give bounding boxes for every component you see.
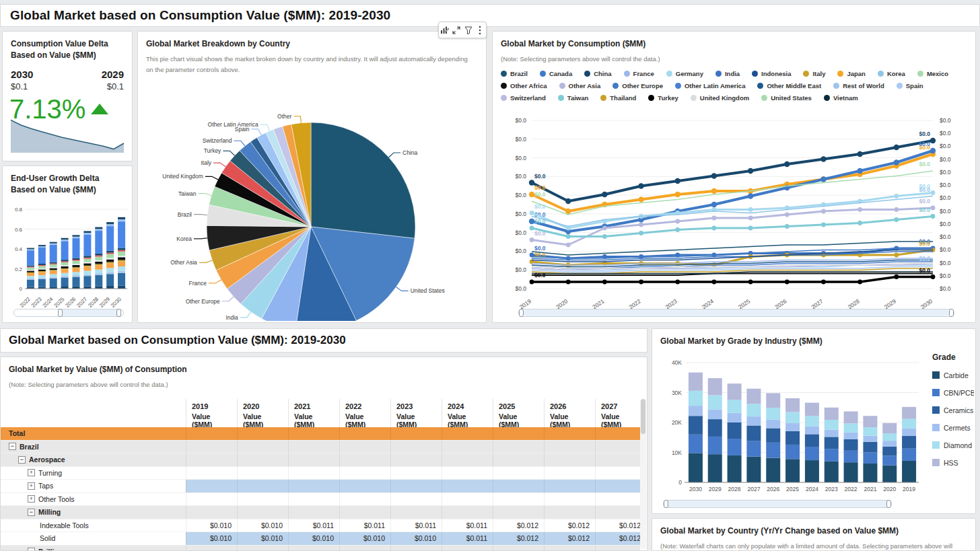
more-options-icon[interactable] [475,26,485,35]
legend-item-other-africa[interactable]: Other Africa [501,82,547,89]
legend-item-other-asia[interactable]: Other Asia [559,82,601,89]
chart-analytics-icon[interactable] [440,26,450,35]
line-chart-card: Global Market by Consumption ($MM) (Note… [492,31,976,323]
slider-handle-left[interactable] [664,500,668,508]
slider-handle-right[interactable] [886,500,891,508]
row-label: Drilling [38,548,63,550]
legend-item-other-latin-america[interactable]: Other Latin America [675,82,745,89]
expand-icon[interactable] [452,26,461,35]
legend-item-korea[interactable]: Korea [878,70,905,77]
collapse-toggle-icon[interactable]: − [28,548,35,550]
value-cell [595,441,640,453]
svg-text:$0.0: $0.0 [940,233,951,240]
grade-range-slider[interactable] [663,500,892,508]
collapse-toggle-icon[interactable]: − [18,456,26,464]
waterfall-card: Global Market by Country (Yr/Yr Change b… [652,518,976,551]
legend-item-other-middle-east[interactable]: Other Middle East [757,82,821,89]
legend-item-thailand[interactable]: Thailand [600,94,636,102]
legend-item-turkey[interactable]: Turkey [648,94,678,102]
bar-segment [863,427,877,435]
legend-item-other-europe[interactable]: Other Europe [612,82,663,89]
year-column-header: 2022 [339,399,390,413]
legend-item-france[interactable]: France [624,70,654,77]
value-cell [390,467,442,480]
grade-legend-label: Cermets [944,424,971,432]
value-cell [237,546,288,551]
slider-handle-left[interactable] [519,309,524,317]
legend-dot [715,71,722,77]
value-cell [339,441,390,453]
legend-dot [897,83,903,89]
value-cell [544,506,595,519]
legend-item-mexico[interactable]: Mexico [917,70,948,77]
table-row-taps: +Taps [1,480,640,493]
end-user-range-slider[interactable] [13,309,124,317]
value-cell [186,546,237,551]
value-column-subheader: Value ($MM) [237,413,288,427]
slider-handle-left[interactable] [58,309,63,317]
legend-item-canada[interactable]: Canada [540,70,572,77]
legend-label: Vietnam [833,94,858,102]
legend-dot [648,95,654,101]
collapse-toggle-icon[interactable]: − [28,509,35,516]
legend-item-italy[interactable]: Italy [803,70,825,77]
legend-item-united-states[interactable]: United States [761,94,812,102]
legend-label: Other Asia [569,82,601,89]
table-vertical-scrollbar[interactable] [640,399,646,549]
bar-segment [689,435,703,453]
value-cell: $0.011 [442,519,493,532]
legend-item-taiwan[interactable]: Taiwan [558,94,589,102]
bar-segment [708,437,722,454]
svg-text:2021: 2021 [864,486,876,492]
consumption-line-chart: $0.0$0.0$0.0$0.0$0.0$0.0$0.0$0.0$0.0$0.0… [497,112,971,313]
expand-toggle-icon[interactable]: + [28,482,35,490]
line-chart-range-slider[interactable] [518,309,954,317]
waterfall-card-note: (Note: Waterfall charts can only populat… [652,537,975,551]
legend-label: Thailand [610,94,636,102]
scrollbar-thumb[interactable] [641,399,645,434]
svg-text:$0.0: $0.0 [940,272,951,279]
value-cell [544,467,595,480]
legend-item-china[interactable]: China [584,70,611,77]
legend-item-germany[interactable]: Germany [666,70,703,77]
legend-item-rest-of-world[interactable]: Rest of World [833,82,884,89]
legend-dot [837,71,843,77]
slider-handle-right[interactable] [949,309,954,317]
svg-text:30K: 30K [672,390,682,396]
expand-toggle-icon[interactable]: + [28,469,35,476]
legend-item-indonesia[interactable]: Indonesia [752,70,791,77]
legend-item-spain[interactable]: Spain [897,82,923,89]
value-cell: $0.010 [390,532,442,545]
svg-text:2026: 2026 [64,296,77,309]
pie-card-title: Global Market Breakdown by Country [138,32,486,50]
bar-segment [785,445,800,459]
bar-segment [746,441,761,457]
table-row-brazil: −Brazil [1,441,640,454]
value-cell [493,441,544,453]
bar-segment [746,404,761,416]
legend-dot [752,71,758,77]
bar-segment [825,449,839,462]
legend-label: China [594,70,611,77]
value-cell [493,506,544,519]
svg-text:$0.0: $0.0 [515,248,526,254]
legend-item-united-kingdom[interactable]: United Kingdom [691,94,749,102]
pie-label: Turkey [204,147,221,154]
pie-card-note: This pie chart visual shows the market b… [138,50,478,74]
row-label: Milling [38,508,61,516]
filter-icon[interactable] [464,26,473,35]
bar-segment [708,378,722,395]
slider-handle-right[interactable] [116,309,121,317]
bar-segment [728,400,742,413]
legend-item-india[interactable]: India [715,70,740,77]
kpi-card-title: Consumption Value Delta Based on Value (… [3,32,132,62]
expand-toggle-icon[interactable]: + [28,495,35,503]
legend-item-switzerland[interactable]: Switzerland [501,94,546,102]
legend-item-vietnam[interactable]: Vietnam [824,94,858,102]
value-cell: $0.010 [186,519,237,532]
legend-item-brazil[interactable]: Brazil [501,70,528,77]
collapse-toggle-icon[interactable]: − [9,443,16,450]
legend-item-japan[interactable]: Japan [837,70,865,77]
svg-text:$0.0: $0.0 [534,203,546,210]
bar-segment [844,423,858,432]
